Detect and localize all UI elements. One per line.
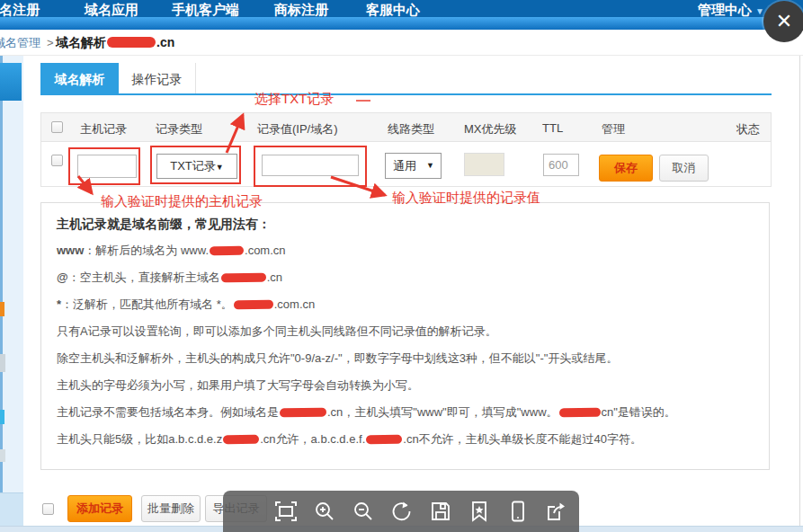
- device-icon[interactable]: [505, 499, 531, 524]
- ttl-input[interactable]: [543, 154, 579, 176]
- col-mx-priority: MX优先级: [464, 121, 517, 137]
- col-record-value: 记录值(IP/域名): [257, 121, 338, 137]
- col-manage: 管理: [602, 121, 625, 137]
- redaction-scribble: [558, 408, 600, 418]
- breadcrumb-separator: >: [47, 30, 54, 56]
- mx-priority-input-disabled: [464, 153, 504, 176]
- domain-dns-page: 域名注册 域名应用 手机客户端 商标注册 客服中心 管理中心▼ ✕ 域名管理 >…: [0, 0, 803, 532]
- share-icon[interactable]: [544, 499, 569, 524]
- line-type-select[interactable]: 通用▼: [385, 153, 442, 179]
- close-button[interactable]: ✕: [763, 1, 803, 42]
- annotation-select-txt: 选择TXT记录: [254, 91, 334, 108]
- annotation-dash: [356, 100, 370, 102]
- host-record-input[interactable]: [77, 155, 137, 178]
- rotate-icon[interactable]: [389, 499, 415, 524]
- add-record-button[interactable]: 添加记录: [67, 495, 132, 522]
- col-host-record: 主机记录: [80, 121, 127, 137]
- redaction-scribble: [107, 37, 156, 48]
- help-line: 只有A记录可以设置轮询，即可以添加多个同主机头同线路但不同记录值的解析记录。: [57, 325, 760, 338]
- chevron-down-icon: ▼: [216, 163, 224, 172]
- top-navbar: 域名注册 域名应用 手机客户端 商标注册 客服中心 管理中心▼: [0, 0, 803, 30]
- redaction-scribble: [223, 435, 259, 445]
- row-checkbox[interactable]: [51, 155, 63, 166]
- tab-underline: [40, 93, 772, 95]
- nav-item-account-center[interactable]: 管理中心▼: [698, 1, 764, 20]
- save-button[interactable]: 保存: [599, 155, 653, 182]
- screenshot-toolbar: [223, 491, 579, 532]
- col-status: 状态: [736, 121, 760, 137]
- redaction-scribble: [366, 435, 402, 445]
- record-value-input[interactable]: [262, 155, 359, 176]
- breadcrumb-section[interactable]: 域名管理: [0, 30, 40, 56]
- help-line: *：泛解析，匹配其他所有域名 *。.com.cn: [57, 298, 760, 311]
- zoom-out-icon[interactable]: [351, 499, 376, 524]
- nav-item-support[interactable]: 客服中心: [366, 1, 420, 18]
- redaction-scribble: [221, 273, 266, 283]
- help-line: www：解析后的域名为 www..com.cn: [57, 244, 760, 257]
- breadcrumb-page: 域名解析.cn: [56, 30, 174, 56]
- nav-item-domain-app[interactable]: 域名应用: [85, 1, 138, 18]
- dns-record-table: 主机记录 记录类型 记录值(IP/域名) 线路类型 MX优先级 TTL 管理 状…: [40, 112, 772, 187]
- tab-dns-records[interactable]: 域名解析: [40, 63, 119, 95]
- breadcrumb: 域名管理 > 域名解析.cn: [0, 30, 803, 56]
- chevron-down-icon: ▼: [426, 154, 434, 178]
- breadcrumb-page-label: 域名解析: [56, 35, 106, 49]
- record-type-value: TXT记录: [170, 159, 216, 173]
- redaction-scribble: [234, 300, 273, 310]
- col-ttl: TTL: [542, 121, 563, 135]
- help-line: 除空主机头和泛解析外，主机头的构成只允许"0-9/a-z/-"，即数字字母中划线…: [57, 352, 760, 365]
- background-orange-fragment: [0, 302, 4, 316]
- close-icon: ✕: [776, 10, 792, 32]
- breadcrumb-page-suffix: .cn: [156, 35, 174, 49]
- help-panel: 主机记录就是域名前缀，常见用法有： www：解析后的域名为 www..com.c…: [40, 202, 770, 470]
- background-cyan-fragment: [0, 410, 4, 424]
- help-line: 主机头的字母必须为小写，如果用户填了大写字母会自动转换为小写。: [57, 379, 760, 392]
- help-line: 主机记录就是域名前缀，常见用法有：: [57, 217, 760, 230]
- line-type-value: 通用: [393, 159, 416, 173]
- redaction-scribble: [210, 246, 244, 256]
- capture-frame-icon[interactable]: [273, 499, 299, 524]
- save-icon[interactable]: [428, 499, 453, 524]
- batch-delete-button[interactable]: 批量删除: [141, 495, 201, 522]
- window-right-edge: [799, 56, 800, 532]
- background-gray-fragment: [0, 354, 5, 372]
- nav-item-mobile-client[interactable]: 手机客户端: [172, 1, 239, 18]
- tab-operation-log[interactable]: 操作记录: [119, 63, 196, 95]
- account-center-label: 管理中心: [698, 2, 752, 17]
- nav-item-domain-register[interactable]: 域名注册: [0, 1, 40, 18]
- table-header-row: 主机记录 记录类型 记录值(IP/域名) 线路类型 MX优先级 TTL 管理 状…: [41, 113, 771, 142]
- help-line: @：空主机头，直接解析主域名.cn: [57, 271, 760, 284]
- help-line: 主机头只能5级，比如a.b.c.d.e.z.cn允许，a.b.c.d.e.f..…: [57, 433, 760, 446]
- record-type-select[interactable]: TXT记录▼: [156, 154, 237, 179]
- cancel-button[interactable]: 取消: [659, 155, 709, 182]
- navbar-accent-band: [0, 17, 803, 30]
- bookmark-star-icon[interactable]: [467, 499, 492, 524]
- chevron-down-icon: ▼: [755, 6, 764, 16]
- nav-item-trademark[interactable]: 商标注册: [274, 1, 328, 18]
- select-all-checkbox[interactable]: [51, 121, 63, 133]
- annotation-host-hint: 输入验证时提供的主机记录: [101, 193, 263, 210]
- col-record-type: 记录类型: [156, 121, 202, 137]
- zoom-in-icon[interactable]: [312, 499, 337, 524]
- col-line-type: 线路类型: [388, 121, 434, 137]
- background-sidebar-fragment: [0, 63, 22, 101]
- help-line: 主机记录不需要包括域名本身。例如域名是.cn，主机头填写"www"即可，填写成"…: [57, 406, 760, 419]
- background-gray-fragment: [0, 449, 5, 462]
- annotation-value-hint: 输入验证时提供的记录值: [392, 190, 540, 207]
- redaction-scribble: [280, 408, 326, 418]
- footer-select-all-checkbox[interactable]: [42, 503, 54, 515]
